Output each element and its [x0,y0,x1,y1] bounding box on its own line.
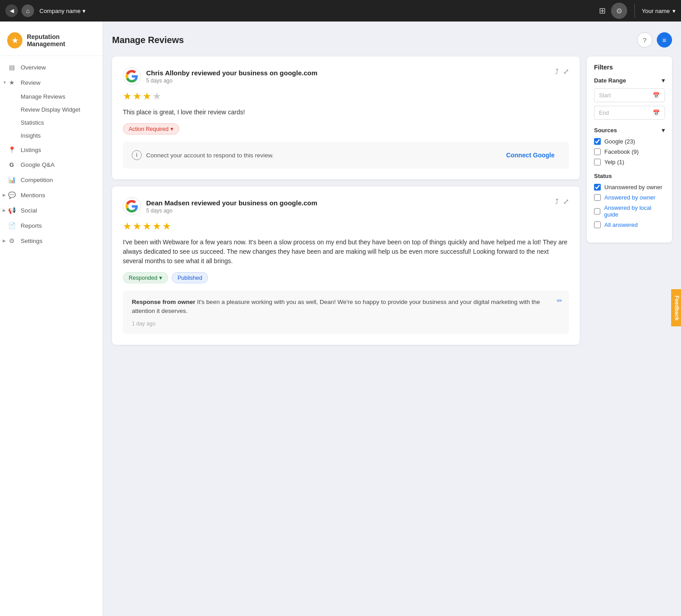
listings-icon: 📍 [7,146,16,153]
brand-name: Reputation Management [27,33,95,48]
review-card-1: Chris Allonby reviewed your business on … [112,56,580,179]
badge-published[interactable]: Published [172,272,208,283]
sidebar-item-review[interactable]: ▼ ★ Review [0,75,103,90]
sidebar-label-listings: Listings [21,147,41,153]
filter-icon: ≡ [663,36,667,44]
star-2-2: ★ [133,221,142,232]
label-answered-owner[interactable]: Answered by owner [604,194,655,201]
sidebar-item-statistics[interactable]: Statistics [0,116,103,129]
review-text-2: I've been with Webware for a few years n… [123,238,569,266]
label-yelp[interactable]: Yelp (1) [604,159,624,165]
sidebar-item-overview[interactable]: ▤ Overview [0,60,103,75]
share-icon-2[interactable]: ⤴ [555,198,559,206]
help-button[interactable]: ? [637,32,652,48]
sources-toggle[interactable]: Sources ▾ [594,127,665,134]
sidebar-label-reports: Reports [21,222,42,229]
google-logo-1 [123,67,141,85]
date-range-toggle[interactable]: Date Range ▾ [594,77,665,84]
status-label-text: Status [594,173,612,179]
responded-dropdown-icon: ▾ [159,274,162,281]
response-time-2: 1 day ago [132,321,560,327]
filter-source-google: Google (23) [594,138,665,145]
sidebar-item-insights[interactable]: Insights [0,129,103,142]
connect-info-text: Connect your account to respond to this … [146,152,273,159]
sidebar-item-social[interactable]: ▶ 📢 Social [0,203,103,218]
label-all-answered[interactable]: All answered [604,221,638,228]
calendar-icon-end: 📅 [653,109,660,116]
connect-google-button[interactable]: Connect Google [501,149,560,161]
status-label: Status [594,173,665,179]
external-link-icon-1[interactable]: ⤢ [563,67,569,76]
grid-button[interactable]: ⊞ [597,4,607,17]
star-1-2: ★ [133,91,142,102]
user-name: Your name [642,8,670,14]
badge-action-required[interactable]: Action Required ▾ [123,123,179,134]
back-button[interactable]: ◀ [5,4,18,17]
connect-box-1: i Connect your account to respond to thi… [123,142,569,169]
review-meta-2: Dean Madsen reviewed your business on go… [146,199,317,214]
sidebar-item-manage-reviews[interactable]: Manage Reviews [0,90,103,103]
company-selector[interactable]: Company name ▾ [39,8,86,14]
checkbox-unanswered[interactable] [594,184,601,191]
label-facebook[interactable]: Facebook (9) [604,148,639,155]
star-1-3: ★ [143,91,152,102]
content-area: Chris Allonby reviewed your business on … [112,56,672,352]
sidebar-item-settings[interactable]: ▶ ⚙ Settings [0,233,103,248]
date-end-placeholder: End [599,110,609,116]
review-source-2: Dean Madsen reviewed your business on go… [123,197,317,215]
sidebar-item-review-display[interactable]: Review Display Widget [0,103,103,116]
sidebar-item-reports[interactable]: 📄 Reports [0,218,103,233]
review-source-1: Chris Allonby reviewed your business on … [123,67,317,85]
sidebar-label-review: Review [21,79,40,86]
sidebar-item-google-qa[interactable]: G Google Q&A [0,157,103,172]
sources-chevron: ▾ [662,127,665,134]
label-answered-local[interactable]: Answered by local guide [604,204,665,218]
response-content: Response from owner It's been a pleasure… [132,298,560,316]
checkbox-all-answered[interactable] [594,221,601,228]
filter-status-all-answered: All answered [594,221,665,228]
review-card-2: Dean Madsen reviewed your business on go… [112,187,580,345]
user-dropdown-icon: ▾ [672,8,676,14]
share-icon-1[interactable]: ⤴ [555,68,559,76]
filter-button[interactable]: ≡ [657,32,672,48]
home-button[interactable]: ⌂ [22,4,34,17]
date-range-label: Date Range [594,77,626,84]
sidebar: ★ Reputation Management ▤ Overview ▼ ★ R… [0,22,103,616]
google-qa-icon: G [7,161,16,168]
reports-icon: 📄 [7,222,16,229]
sidebar-item-listings[interactable]: 📍 Listings [0,142,103,157]
page-title: Manage Reviews [112,35,184,45]
review-icon: ★ [7,79,16,86]
sidebar-item-competition[interactable]: 📊 Competition [0,172,103,187]
settings-button[interactable]: ⚙ [611,3,627,19]
date-start-input[interactable]: Start 📅 [594,88,665,102]
sidebar-item-mentions[interactable]: ▶ 💬 Mentions [0,187,103,203]
checkbox-facebook[interactable] [594,148,601,155]
filter-group-sources: Sources ▾ Google (23) Facebook (9) Yelp … [594,127,665,165]
checkbox-answered-owner[interactable] [594,194,601,201]
star-2-3: ★ [143,221,152,232]
sidebar-label-insights: Insights [21,132,41,139]
user-menu[interactable]: Your name ▾ [642,8,676,14]
date-end-input[interactable]: End 📅 [594,106,665,120]
star-2-1: ★ [123,221,132,232]
date-start-placeholder: Start [599,92,611,99]
social-icon: 📢 [7,207,16,214]
badge-responded[interactable]: Responded ▾ [123,272,168,283]
checkbox-answered-local[interactable] [594,208,600,215]
external-link-icon-2[interactable]: ⤢ [563,197,569,206]
mentions-icon: 💬 [7,191,16,199]
label-unanswered[interactable]: Unanswered by owner [604,184,662,191]
expand-icon-review: ▼ [3,80,7,85]
checkbox-yelp[interactable] [594,159,601,165]
review-header-1: Chris Allonby reviewed your business on … [123,67,569,85]
stars-2: ★ ★ ★ ★ ★ [123,221,569,232]
review-meta-1: Chris Allonby reviewed your business on … [146,69,317,84]
checkbox-google[interactable] [594,138,601,145]
label-google[interactable]: Google (23) [604,138,635,145]
feedback-tab[interactable]: Feedback [671,289,681,326]
edit-response-button[interactable]: ✏ [557,297,563,305]
review-header-2: Dean Madsen reviewed your business on go… [123,197,569,215]
reviews-column: Chris Allonby reviewed your business on … [112,56,580,352]
filter-source-yelp: Yelp (1) [594,159,665,165]
